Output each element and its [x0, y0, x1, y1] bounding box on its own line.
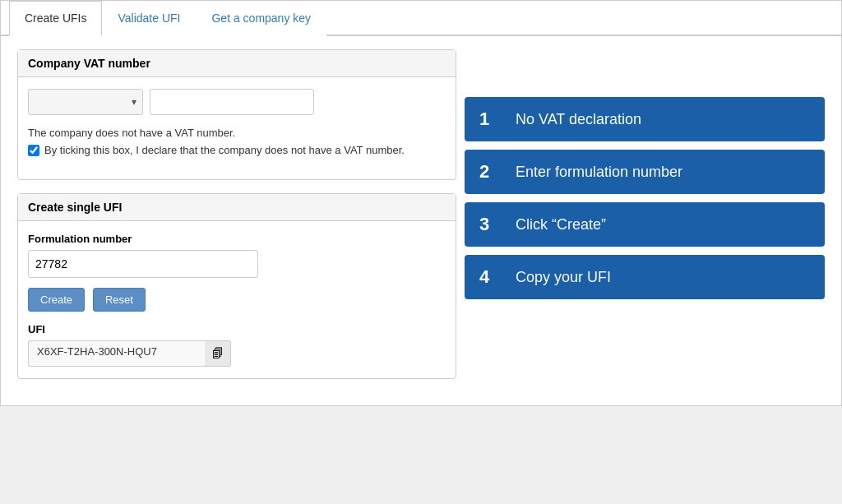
- step-4-text: Copy your UFI: [516, 269, 611, 286]
- vat-section-title: Company VAT number: [18, 50, 456, 77]
- create-ufi-section-title: Create single UFI: [18, 194, 456, 221]
- no-vat-checkbox-label[interactable]: By ticking this box, I declare that the …: [28, 144, 446, 156]
- ufi-output-row: X6XF-T2HA-300N-HQU7 🗐: [28, 340, 446, 367]
- create-button[interactable]: Create: [28, 288, 85, 312]
- country-select[interactable]: [28, 89, 143, 115]
- vat-section-body: The company does not have a VAT number. …: [18, 77, 456, 179]
- ufi-output: X6XF-T2HA-300N-HQU7: [28, 340, 205, 367]
- ufi-copy-button[interactable]: 🗐: [205, 340, 231, 367]
- main-content: Company VAT number The company does not …: [1, 36, 841, 405]
- vat-input-row: [28, 89, 446, 115]
- step-1-text: No VAT declaration: [516, 111, 641, 128]
- right-panel: 1 No VAT declaration 2 Enter formulation…: [456, 49, 825, 392]
- action-buttons-row: Create Reset: [28, 288, 446, 312]
- create-ufi-section-body: Formulation number Create Reset UFI X6XF…: [18, 221, 456, 378]
- instruction-2-button: 2 Enter formulation number: [465, 150, 825, 194]
- no-vat-checkbox[interactable]: [28, 145, 39, 156]
- instruction-4-button: 4 Copy your UFI: [465, 255, 825, 299]
- country-select-wrapper: [28, 89, 143, 115]
- tab-get-company-key[interactable]: Get a company key: [196, 1, 326, 36]
- formulation-number-label: Formulation number: [28, 233, 446, 245]
- step-3-number: 3: [479, 214, 502, 235]
- reset-button[interactable]: Reset: [93, 288, 146, 312]
- ufi-label: UFI: [28, 323, 446, 335]
- tabs-bar: Create UFIs Validate UFI Get a company k…: [1, 1, 841, 36]
- tab-validate-ufi[interactable]: Validate UFI: [102, 1, 196, 36]
- instruction-3-button: 3 Click “Create”: [465, 202, 825, 247]
- create-ufi-section: Create single UFI Formulation number Cre…: [17, 193, 456, 379]
- step-3-text: Click “Create”: [516, 216, 606, 234]
- step-2-number: 2: [479, 161, 502, 183]
- vat-number-input[interactable]: [150, 89, 314, 115]
- step-2-text: Enter formulation number: [516, 164, 682, 181]
- copy-icon: 🗐: [212, 347, 224, 360]
- no-vat-text: The company does not have a VAT number.: [28, 127, 446, 139]
- vat-section: Company VAT number The company does not …: [17, 49, 456, 180]
- step-4-number: 4: [479, 266, 502, 288]
- instruction-1-button: 1 No VAT declaration: [465, 97, 825, 141]
- step-1-number: 1: [479, 109, 502, 130]
- left-panel: Company VAT number The company does not …: [17, 49, 456, 392]
- tab-create-ufis[interactable]: Create UFIs: [9, 1, 102, 36]
- formulation-number-input[interactable]: [28, 250, 258, 278]
